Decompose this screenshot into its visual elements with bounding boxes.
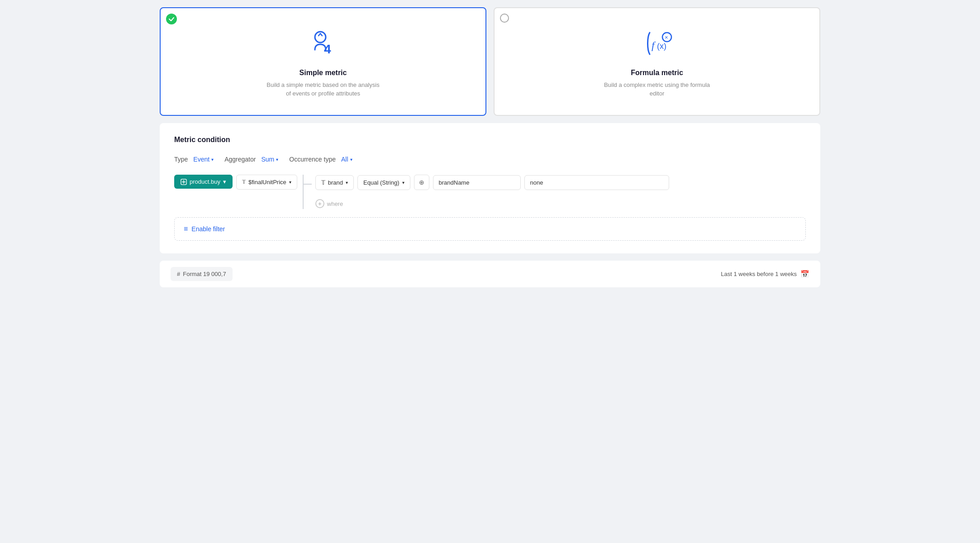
type-value: Event	[193, 156, 209, 163]
condition-attr-chevron-icon: ▾	[346, 180, 348, 185]
format-badge[interactable]: # Format 19 000,7	[171, 267, 233, 281]
aggregator-chevron-icon: ▾	[276, 157, 278, 162]
simple-metric-desc: Build a simple metric based on the analy…	[264, 81, 382, 98]
condition-options-row: Type Event ▾ Aggregator Sum ▾ Occurrence…	[174, 155, 806, 164]
condition-icon-button[interactable]: ⊕	[414, 175, 429, 190]
simple-metric-card[interactable]: 4 Simple metric Build a simple metric ba…	[160, 7, 486, 116]
attribute-type-icon: 𝕋	[242, 179, 246, 185]
where-add-button[interactable]: + where	[315, 197, 669, 210]
condition-attribute-select[interactable]: 𝕋 brand ▾	[315, 175, 354, 190]
condition-line: 𝕋 brand ▾ Equal (String) ▾ ⊕	[315, 175, 669, 190]
condition-attr-type-icon: 𝕋	[321, 179, 325, 186]
attribute-value: $finalUnitPrice	[248, 179, 286, 186]
formula-metric-title: Formula metric	[631, 69, 683, 77]
aggregator-value: Sum	[261, 156, 274, 163]
event-button[interactable]: product.buy ▾	[174, 175, 233, 189]
simple-metric-icon: 4	[305, 25, 341, 62]
event-button-label: product.buy	[190, 178, 220, 185]
calendar-icon: 📅	[800, 270, 809, 278]
bottom-bar: # Format 19 000,7 Last 1 weeks before 1 …	[160, 261, 820, 287]
formula-metric-icon: f (x) ×	[639, 25, 675, 62]
condition-operator-value: Equal (String)	[363, 179, 399, 186]
formula-metric-desc: Build a complex metric using the formula…	[598, 81, 716, 98]
enable-filter-label: Enable filter	[191, 225, 225, 233]
date-range[interactable]: Last 1 weeks before 1 weeks 📅	[721, 270, 809, 278]
attribute-chevron-icon: ▾	[289, 180, 291, 185]
selected-check-icon	[166, 14, 177, 24]
where-plus-icon: +	[315, 199, 324, 208]
condition-icon: ⊕	[419, 179, 424, 186]
type-select[interactable]: Event ▾	[191, 155, 215, 164]
type-label: Type	[174, 156, 188, 163]
date-range-label: Last 1 weeks before 1 weeks	[721, 271, 797, 277]
where-label: where	[327, 200, 343, 207]
svg-text:4: 4	[324, 42, 331, 56]
enable-filter-section[interactable]: ≡ Enable filter	[174, 217, 806, 241]
event-chevron-icon: ▾	[223, 178, 226, 185]
filter-conditions: 𝕋 brand ▾ Equal (String) ▾ ⊕	[315, 175, 669, 210]
occurrence-chevron-icon: ▾	[350, 157, 352, 162]
attribute-select[interactable]: 𝕋 $finalUnitPrice ▾	[236, 175, 297, 190]
condition-value1-input[interactable]	[433, 175, 521, 190]
aggregator-label: Aggregator	[224, 156, 256, 163]
filter-builder-row: product.buy ▾ 𝕋 $finalUnitPrice ▾	[174, 175, 806, 210]
svg-text:×: ×	[665, 34, 668, 41]
event-icon	[181, 179, 187, 185]
hash-icon: #	[177, 271, 180, 277]
metric-condition-section: Metric condition Type Event ▾ Aggregator…	[160, 123, 820, 253]
condition-attribute-value: brand	[328, 179, 343, 186]
operator-chevron-icon: ▾	[402, 180, 404, 185]
occurrence-select[interactable]: All ▾	[339, 155, 354, 164]
condition-operator-select[interactable]: Equal (String) ▾	[357, 175, 410, 190]
condition-value2-input[interactable]	[524, 175, 669, 190]
aggregator-select[interactable]: Sum ▾	[259, 155, 280, 164]
svg-text:(x): (x)	[657, 42, 666, 51]
filter-lines-icon: ≡	[184, 225, 188, 233]
simple-metric-title: Simple metric	[300, 69, 347, 77]
occurrence-label: Occurrence type	[289, 156, 336, 163]
formula-metric-card[interactable]: f (x) × Formula metric Build a complex m…	[494, 7, 820, 116]
radio-icon	[500, 14, 509, 23]
occurrence-value: All	[341, 156, 348, 163]
section-title: Metric condition	[174, 136, 806, 144]
format-label: Format 19 000,7	[183, 271, 226, 277]
type-chevron-icon: ▾	[211, 157, 214, 162]
connector-container: 𝕋 brand ▾ Equal (String) ▾ ⊕	[301, 175, 669, 210]
svg-text:f: f	[652, 39, 656, 51]
